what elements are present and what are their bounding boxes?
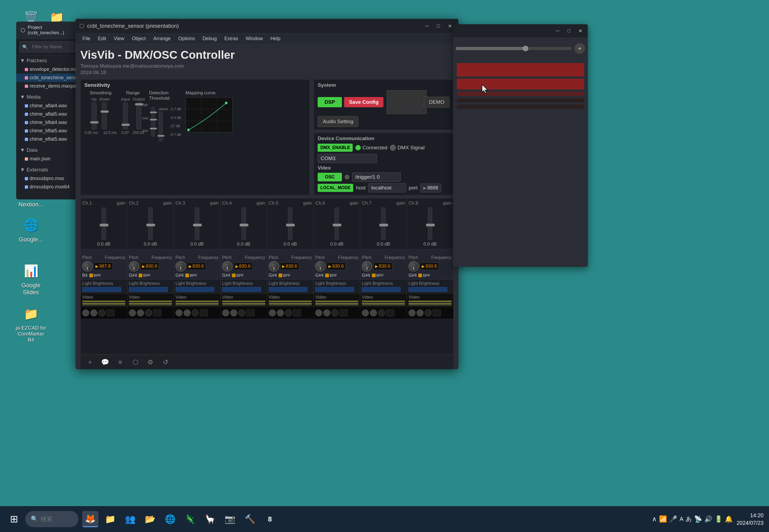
ch4-fader[interactable] [241,208,246,240]
grid-cell[interactable] [411,90,419,98]
dsp-button[interactable]: DSP [317,97,342,107]
grid-cell[interactable] [395,90,402,98]
menu-help[interactable]: Help [267,35,284,43]
filter-input[interactable] [29,43,78,51]
pitch8-knob[interactable] [409,261,419,271]
ch2-fader[interactable] [148,208,153,240]
taskbar-icon-folder[interactable]: 📂 [142,511,158,527]
taskbar-icon-camera[interactable]: 📷 [222,511,238,527]
grid-cell[interactable] [403,90,411,98]
demo-button[interactable]: DEMO [424,97,450,108]
range-output-track[interactable] [136,102,141,129]
ime-icon[interactable]: あ [686,515,692,523]
bell-icon[interactable]: 🔔 [725,515,733,523]
taskbar-icon-tool[interactable]: 🔨 [242,511,258,527]
taskbar-icon-teams[interactable]: 👥 [122,511,138,527]
taskbar-icon-files[interactable]: 📁 [102,511,118,527]
menu-window[interactable]: Window [242,35,266,43]
channel-faders-row: Ch.1 gain 0.0 dB Ch.2 gain [81,198,453,249]
ch1-fader[interactable] [102,208,106,240]
menu-arrange[interactable]: Arrange [150,35,174,43]
desktop-icon-google2[interactable]: 🌐 Google... [15,216,47,243]
pitch4-knob[interactable] [222,261,232,271]
volume-icon[interactable]: 🔊 [704,515,712,523]
battery-icon[interactable]: 🔋 [715,515,723,523]
audio-setting-button[interactable]: Audio Setting [317,116,358,127]
menu-options[interactable]: Options [175,35,198,43]
grid-cell[interactable] [411,98,419,106]
pitch4-label: Pitch [222,255,232,260]
pitch1-knob[interactable] [82,261,92,271]
threshold-thumb-2[interactable] [150,119,157,120]
taskbar-search-input[interactable] [41,516,73,523]
pitch5-knob[interactable] [269,261,279,271]
grid-cell[interactable] [395,106,402,114]
ch6-label: Ch.6 [315,201,325,206]
comment-button[interactable]: 💬 [99,356,111,368]
note4-badge: G#4 [222,273,230,278]
down-label: Down [99,97,109,101]
taskbar-up-icon[interactable]: ∧ [652,515,657,523]
taskbar-clock[interactable]: 14:20 2024/07/23 [737,512,764,527]
smoothing-down-track[interactable] [102,102,107,129]
taskbar-icon-app[interactable]: 8 [262,511,278,527]
grid-cell[interactable] [419,106,427,114]
sw-minimize[interactable]: ─ [553,26,563,36]
grid-cell[interactable] [387,98,394,106]
ch3-fader[interactable] [195,208,199,240]
menu-edit[interactable]: Edit [95,35,109,43]
sw-close[interactable]: ✕ [575,26,585,36]
grid-cell[interactable] [411,106,419,114]
host-input[interactable] [368,183,406,192]
menu-file[interactable]: File [79,35,94,43]
maximize-button[interactable]: □ [434,21,443,31]
osc-button[interactable]: OSC [317,173,342,181]
threshold-thumb-3[interactable] [150,128,157,129]
pitch7-knob[interactable] [362,261,372,271]
grid-cell[interactable] [395,98,402,106]
osc-path-input[interactable] [352,172,401,182]
grid-cell[interactable] [387,106,394,114]
grid-cell[interactable] [403,98,411,106]
minimize-button[interactable]: ─ [422,21,432,31]
wifi-icon[interactable]: 📡 [694,515,702,523]
save-config-button[interactable]: Save Config [344,97,383,107]
menu-object[interactable]: Object [129,35,149,43]
ch5-fader[interactable] [288,208,292,240]
menu-debug[interactable]: Debug [199,35,220,43]
desktop-icon-ja-ezcad[interactable]: 📁 ja-EZCAD for ComMarker B4 [15,305,47,343]
ch7-fader[interactable] [381,208,386,240]
range-input-track[interactable] [123,102,128,129]
taskbar-icon-green[interactable]: 🦎 [182,511,198,527]
sw-add-button[interactable]: + [574,43,585,54]
com-port-input[interactable] [317,154,377,163]
taskbar-icon-chrome[interactable]: 🌐 [162,511,178,527]
taskbar-icon-word[interactable]: 🦙 [202,511,218,527]
add-button[interactable]: + [84,356,96,368]
pitch6-knob[interactable] [315,261,325,271]
threshold-thumb-1[interactable] [150,112,157,113]
menu-view[interactable]: View [111,35,127,43]
pitch3-knob[interactable] [175,261,186,271]
grid-cell[interactable] [387,90,394,98]
attack-thumb[interactable] [157,135,164,137]
refresh-button[interactable]: ↺ [160,356,171,368]
dmx-enable-button[interactable]: DMX_ENABLE [317,144,353,152]
menu-extras[interactable]: Extras [221,35,241,43]
network-icon[interactable]: 📶 [659,515,667,523]
layers-button[interactable]: ⬡ [129,356,141,368]
settings-button[interactable]: ⚙ [144,356,156,368]
sw-maximize[interactable]: □ [564,26,574,36]
start-button[interactable]: ⊞ [5,510,23,528]
font-a-icon[interactable]: A [680,516,684,523]
grid-cell[interactable] [403,106,411,114]
ch6-fader[interactable] [334,208,339,240]
ch8-fader[interactable] [428,208,432,240]
taskbar-icon-browser[interactable]: 🦊 [82,511,98,527]
mic-icon[interactable]: 🎤 [669,515,677,523]
desktop-icon-googleslides[interactable]: 📊 Google Slides [15,261,47,296]
list-button[interactable]: ≡ [114,356,126,368]
smoothing-up-track[interactable] [92,102,96,129]
pitch2-knob[interactable] [129,261,139,271]
local-mode-button[interactable]: LOCAL_MODE [317,184,353,192]
